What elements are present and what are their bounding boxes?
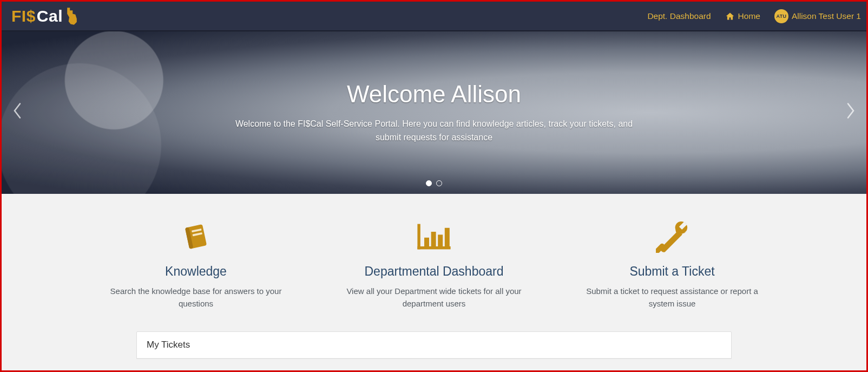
nav-dept-dashboard[interactable]: Dept. Dashboard [647,11,711,21]
svg-rect-7 [431,232,436,246]
california-icon [65,7,79,25]
brand-cal: Cal [37,7,63,25]
nav-home-label: Home [738,11,760,21]
carousel-dot-2[interactable] [436,180,442,186]
svg-rect-5 [417,246,450,249]
quick-links: Knowledge Search the knowledge base for … [2,194,866,331]
home-icon [725,12,735,21]
top-nav: FI$Cal Dept. Dashboard Home ATU Allison … [2,2,866,31]
nav-user[interactable]: ATU Allison Test User 1 [774,9,861,23]
card-dashboard-desc: View all your Department wide tickets fo… [337,285,531,310]
app-frame: FI$Cal Dept. Dashboard Home ATU Allison … [0,0,868,372]
svg-rect-9 [445,228,450,246]
my-tickets-panel: My Tickets [136,331,732,359]
nav-links: Dept. Dashboard Home ATU Allison Test Us… [647,9,861,23]
hero-banner: Welcome Allison Welcome to the FI$Cal Se… [2,31,866,194]
chevron-right-icon [846,103,856,119]
nav-home[interactable]: Home [725,11,760,21]
my-tickets-header: My Tickets [137,332,731,358]
panels: My Tickets [2,331,866,370]
chevron-left-icon [12,103,22,119]
hero-title: Welcome Allison [347,81,521,108]
card-knowledge-title: Knowledge [98,264,293,279]
hero-subtitle: Welcome to the FI$Cal Self-Service Porta… [223,118,645,145]
brand-logo[interactable]: FI$Cal [11,7,79,25]
carousel-prev[interactable] [7,97,28,128]
wrench-icon [575,219,770,254]
avatar: ATU [774,9,788,23]
svg-rect-4 [417,224,420,250]
card-dashboard[interactable]: Departmental Dashboard View all your Dep… [337,219,531,310]
nav-user-name: Allison Test User 1 [792,11,861,21]
svg-rect-6 [424,238,429,246]
card-knowledge-desc: Search the knowledge base for answers to… [98,285,293,310]
book-icon [98,219,293,254]
carousel-dots [426,180,442,186]
card-ticket-desc: Submit a ticket to request assistance or… [575,285,770,310]
carousel-dot-1[interactable] [426,180,432,186]
card-knowledge[interactable]: Knowledge Search the knowledge base for … [98,219,293,310]
card-submit-ticket[interactable]: Submit a Ticket Submit a ticket to reque… [575,219,770,310]
carousel-next[interactable] [840,97,861,128]
svg-rect-8 [438,234,443,246]
card-dashboard-title: Departmental Dashboard [337,264,531,279]
nav-dept-dashboard-label: Dept. Dashboard [647,11,711,21]
main-scroll[interactable]: Welcome Allison Welcome to the FI$Cal Se… [2,31,866,370]
card-ticket-title: Submit a Ticket [575,264,770,279]
bar-chart-icon [337,219,531,254]
brand-fi: FI$ [11,7,36,25]
